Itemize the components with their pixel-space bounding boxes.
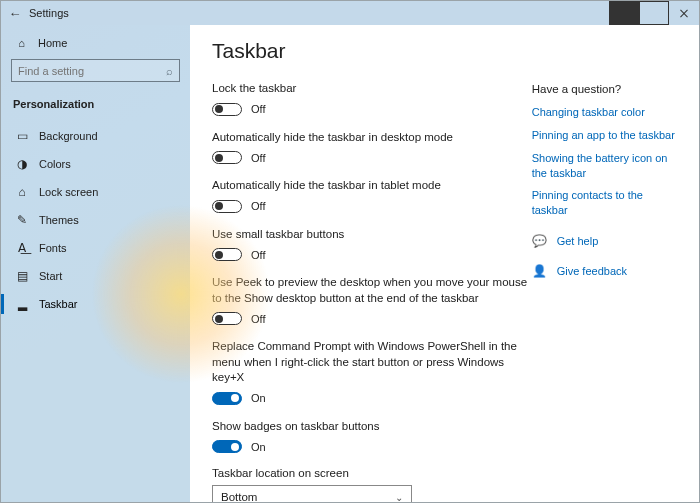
sidebar-item-colors[interactable]: ◑ Colors: [11, 150, 180, 178]
toggle-state: On: [251, 441, 266, 453]
sidebar-item-lockscreen[interactable]: ⌂ Lock screen: [11, 178, 180, 206]
toggle-switch[interactable]: [212, 392, 242, 405]
toggle-state: Off: [251, 152, 265, 164]
toggle-label: Automatically hide the taskbar in deskto…: [212, 130, 532, 146]
sidebar-item-taskbar[interactable]: ▂ Taskbar: [11, 290, 180, 318]
home-button[interactable]: ⌂ Home: [11, 33, 180, 59]
toggle-autohide-desktop: Automatically hide the taskbar in deskto…: [212, 130, 532, 165]
get-help-row[interactable]: 💬 Get help: [532, 234, 677, 248]
help-link[interactable]: Changing taskbar color: [532, 105, 677, 120]
toggle-state: Off: [251, 200, 265, 212]
sidebar-item-fonts[interactable]: A͟ Fonts: [11, 234, 180, 262]
close-button[interactable]: [669, 1, 699, 25]
dropdown-value: Bottom: [221, 491, 257, 503]
sidebar-item-themes[interactable]: ✎ Themes: [11, 206, 180, 234]
toggle-powershell: Replace Command Prompt with Windows Powe…: [212, 339, 532, 405]
title-bar: ← Settings: [1, 1, 699, 25]
toggle-label: Use small taskbar buttons: [212, 227, 532, 243]
lockscreen-icon: ⌂: [15, 185, 29, 199]
sidebar: ⌂ Home ⌕ Personalization ▭ Background ◑ …: [1, 25, 190, 503]
toggle-peek-preview: Use Peek to preview the desktop when you…: [212, 275, 532, 325]
search-icon: ⌕: [166, 65, 173, 77]
page-title: Taskbar: [212, 39, 532, 63]
toggle-label: Show badges on taskbar buttons: [212, 419, 532, 435]
feedback-icon: 👤: [532, 264, 547, 278]
main-panel: Taskbar Lock the taskbar Off Automatical…: [190, 25, 699, 503]
toggle-switch[interactable]: [212, 440, 242, 453]
toggle-label: Replace Command Prompt with Windows Powe…: [212, 339, 532, 386]
toggle-switch[interactable]: [212, 312, 242, 325]
sidebar-item-label: Fonts: [39, 242, 67, 254]
help-question: Have a question?: [532, 83, 677, 95]
sidebar-item-background[interactable]: ▭ Background: [11, 122, 180, 150]
sidebar-item-label: Themes: [39, 214, 79, 226]
toggle-switch[interactable]: [212, 200, 242, 213]
background-icon: ▭: [15, 129, 29, 143]
sidebar-item-label: Colors: [39, 158, 71, 170]
help-link[interactable]: Showing the battery icon on the taskbar: [532, 151, 677, 181]
toggle-switch[interactable]: [212, 248, 242, 261]
toggle-show-badges: Show badges on taskbar buttons On: [212, 419, 532, 454]
sidebar-item-start[interactable]: ▤ Start: [11, 262, 180, 290]
toggle-switch[interactable]: [212, 151, 242, 164]
category-header: Personalization: [11, 94, 180, 122]
chat-icon: 💬: [532, 234, 547, 248]
sidebar-item-label: Background: [39, 130, 98, 142]
sidebar-item-label: Start: [39, 270, 62, 282]
give-feedback-row[interactable]: 👤 Give feedback: [532, 264, 677, 278]
home-icon: ⌂: [15, 37, 28, 49]
minimize-button[interactable]: [609, 1, 639, 25]
toggle-state: Off: [251, 103, 265, 115]
give-feedback-link: Give feedback: [557, 265, 627, 277]
toggle-lock-taskbar: Lock the taskbar Off: [212, 81, 532, 116]
back-button[interactable]: ←: [1, 6, 29, 21]
toggle-label: Use Peek to preview the desktop when you…: [212, 275, 532, 306]
select-label-location: Taskbar location on screen: [212, 467, 532, 479]
window-title: Settings: [29, 7, 69, 19]
home-label: Home: [38, 37, 67, 49]
help-link[interactable]: Pinning contacts to the taskbar: [532, 188, 677, 218]
get-help-link: Get help: [557, 235, 599, 247]
maximize-button[interactable]: [639, 1, 669, 25]
taskbar-location-dropdown[interactable]: Bottom ⌄: [212, 485, 412, 503]
search-input[interactable]: [18, 65, 166, 77]
toggle-autohide-tablet: Automatically hide the taskbar in tablet…: [212, 178, 532, 213]
fonts-icon: A͟: [15, 241, 29, 255]
help-pane: Have a question? Changing taskbar color …: [532, 39, 677, 492]
taskbar-icon: ▂: [15, 297, 29, 311]
toggle-label: Automatically hide the taskbar in tablet…: [212, 178, 532, 194]
toggle-state: On: [251, 392, 266, 404]
sidebar-item-label: Taskbar: [39, 298, 78, 310]
toggle-small-buttons: Use small taskbar buttons Off: [212, 227, 532, 262]
chevron-down-icon: ⌄: [395, 492, 403, 503]
sidebar-item-label: Lock screen: [39, 186, 98, 198]
toggle-state: Off: [251, 313, 265, 325]
toggle-label: Lock the taskbar: [212, 81, 532, 97]
themes-icon: ✎: [15, 213, 29, 227]
colors-icon: ◑: [15, 157, 29, 171]
toggle-state: Off: [251, 249, 265, 261]
help-link[interactable]: Pinning an app to the taskbar: [532, 128, 677, 143]
toggle-switch[interactable]: [212, 103, 242, 116]
start-icon: ▤: [15, 269, 29, 283]
settings-search[interactable]: ⌕: [11, 59, 180, 82]
